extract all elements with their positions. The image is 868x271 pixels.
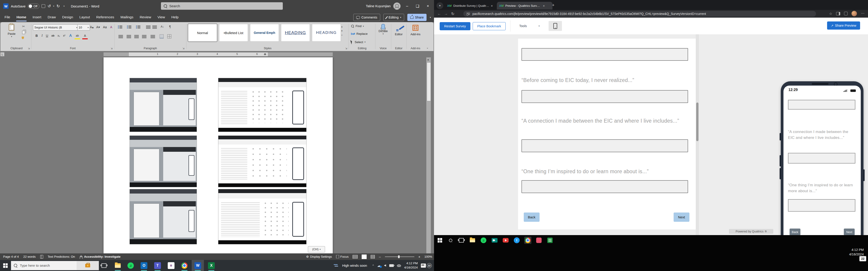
taskbar-excel[interactable]: X xyxy=(208,260,215,271)
sort-icon[interactable]: A↓ xyxy=(160,24,165,29)
taskbar-word-active[interactable]: W xyxy=(192,260,204,271)
format-painter-icon[interactable] xyxy=(22,37,24,39)
zoom-slider-thumb[interactable] xyxy=(398,256,400,258)
tab-search-icon[interactable]: ▾ xyxy=(436,2,443,9)
text-input-3[interactable] xyxy=(522,139,688,152)
undo-icon[interactable]: ↺ xyxy=(48,4,51,8)
subscript-icon[interactable]: x₂ xyxy=(56,33,61,38)
minimize-button[interactable]: – xyxy=(403,4,411,8)
tab-design[interactable]: Design xyxy=(61,12,74,22)
redo-icon[interactable]: ↻ xyxy=(57,4,60,8)
powered-by-qualtrics[interactable]: Powered by Qualtrics ⧉ xyxy=(729,229,773,234)
notification-count[interactable]: 22 xyxy=(860,256,866,261)
tab-draw[interactable]: Draw xyxy=(47,12,57,22)
tab-file[interactable]: File xyxy=(4,12,11,22)
phone-next-button[interactable]: Next xyxy=(844,229,855,235)
side-panel-icon[interactable] xyxy=(836,12,840,15)
font-size-select[interactable]: 10▾ xyxy=(77,24,90,31)
text-input-1[interactable] xyxy=(522,48,688,61)
tab-view[interactable]: View xyxy=(157,12,166,22)
start-button[interactable] xyxy=(436,237,443,244)
survey-scrollbar[interactable] xyxy=(696,34,699,235)
cut-icon[interactable]: ✂ xyxy=(22,24,25,29)
phone-text-input-3[interactable] xyxy=(788,199,855,212)
taskbar-chrome-active[interactable] xyxy=(524,237,531,244)
editing-mode-button[interactable]: Editing ▾ xyxy=(383,14,404,21)
phone-back-button[interactable]: Back xyxy=(789,229,800,235)
text-effects-icon[interactable]: A xyxy=(68,33,73,38)
taskbar-chrome[interactable] xyxy=(181,260,188,271)
address-bar[interactable]: pacificresearch.qualtrics.com/jfe/previe… xyxy=(463,11,816,17)
new-tab-icon[interactable]: + xyxy=(552,3,555,8)
scroll-up-icon[interactable]: ▲ xyxy=(427,58,429,61)
forward-icon[interactable]: → xyxy=(442,11,450,16)
start-button[interactable] xyxy=(0,260,11,271)
borders-icon[interactable] xyxy=(167,34,171,38)
paragraph-dialog-launcher[interactable]: ⇲ xyxy=(183,47,184,50)
weather-text[interactable]: High winds soon xyxy=(342,264,367,267)
print-layout-icon[interactable] xyxy=(362,255,367,259)
paste-options-button[interactable]: (Ctrl)▾ xyxy=(308,246,325,252)
browser-tab-2-active[interactable]: XM Preview - Qualtrics Survey | Qua × xyxy=(497,2,553,9)
read-mode-icon[interactable] xyxy=(352,255,358,259)
tab-mailings[interactable]: Mailings xyxy=(120,12,134,22)
zoom-out-icon[interactable]: – xyxy=(379,255,381,259)
tab-home[interactable]: Home xyxy=(16,12,27,22)
tab-close-icon[interactable]: × xyxy=(543,4,545,8)
styles-dialog-launcher[interactable]: ⇲ xyxy=(345,47,347,50)
comments-button[interactable]: Comments xyxy=(353,14,380,21)
change-case-icon[interactable]: Aa xyxy=(102,24,107,30)
embedded-screenshot-survey-1[interactable] xyxy=(218,78,307,132)
restart-survey-button[interactable]: Restart Survey xyxy=(440,22,470,30)
zoom-slider[interactable] xyxy=(385,257,414,257)
show-marks-icon[interactable]: ¶ xyxy=(167,24,173,29)
shrink-font-icon[interactable]: A▾ xyxy=(95,24,101,30)
display-settings-button[interactable]: ⚙ Display Settings xyxy=(306,255,332,258)
taskbar-meet[interactable] xyxy=(491,237,498,244)
highlight-color-icon[interactable]: ab xyxy=(74,33,80,39)
taskbar-teams[interactable]: T xyxy=(154,260,161,271)
phone-text-input-1[interactable] xyxy=(788,100,855,109)
bookmark-star-icon[interactable]: ☆ xyxy=(829,11,832,16)
taskbar-spotify[interactable]: ♫ xyxy=(127,260,134,271)
web-layout-icon[interactable] xyxy=(371,255,375,259)
copy-icon[interactable] xyxy=(22,31,25,34)
focus-button[interactable]: Focus xyxy=(336,255,349,258)
superscript-icon[interactable]: x² xyxy=(61,33,67,38)
tray-expand-icon[interactable]: ^ xyxy=(373,264,374,267)
replace-button[interactable]: b⇄ Replace xyxy=(351,32,368,35)
back-button[interactable]: Back xyxy=(524,212,539,222)
shading-icon[interactable] xyxy=(160,34,164,39)
underline-icon[interactable]: U xyxy=(44,33,50,38)
quick-access-dropdown-icon[interactable]: ▾ xyxy=(64,5,65,7)
font-dialog-launcher[interactable]: ⇲ xyxy=(111,47,113,50)
tab-layout[interactable]: Layout xyxy=(79,12,91,22)
paste-button[interactable]: Paste ▾ xyxy=(8,24,16,38)
style-bulleted-list[interactable]: Bulleted List xyxy=(219,24,248,41)
taskbar-pink-app[interactable] xyxy=(535,237,542,244)
taskbar-twitter[interactable]: t xyxy=(513,237,520,244)
dictate-button[interactable]: Dictate ▾ xyxy=(376,24,391,35)
tab-insert[interactable]: Insert xyxy=(32,12,42,22)
accessibility-status[interactable]: Accessibility: Investigate xyxy=(77,253,123,260)
select-button[interactable]: Select▾ xyxy=(351,40,366,44)
text-input-4[interactable] xyxy=(522,180,688,193)
zoom-in-icon[interactable]: + xyxy=(418,255,421,259)
ruler[interactable]: L 1 2 3 4 5 6 xyxy=(0,51,434,57)
phone-text-input-2[interactable] xyxy=(788,153,855,164)
italic-icon[interactable]: I xyxy=(39,33,45,38)
share-button[interactable]: Share xyxy=(407,14,427,21)
battery-icon[interactable] xyxy=(389,264,394,267)
word-scrollbar-thumb[interactable] xyxy=(427,62,431,101)
task-view-button[interactable] xyxy=(458,237,465,244)
tools-dropdown[interactable]: Tools ▾ xyxy=(519,22,539,30)
style-heading-2[interactable]: HEADING xyxy=(312,24,341,41)
user-avatar[interactable] xyxy=(393,2,401,10)
clock[interactable]: 4:12 PM 4/16/2024 xyxy=(849,248,864,257)
embedded-screenshot-survey-3[interactable] xyxy=(218,189,307,244)
text-input-2[interactable] xyxy=(522,90,688,103)
task-view-button[interactable] xyxy=(99,263,109,268)
taskbar-spotify[interactable]: ♫ xyxy=(480,237,487,244)
embedded-screenshot-desktop-1[interactable] xyxy=(129,78,197,132)
notification-center[interactable]: 22 xyxy=(421,263,432,268)
